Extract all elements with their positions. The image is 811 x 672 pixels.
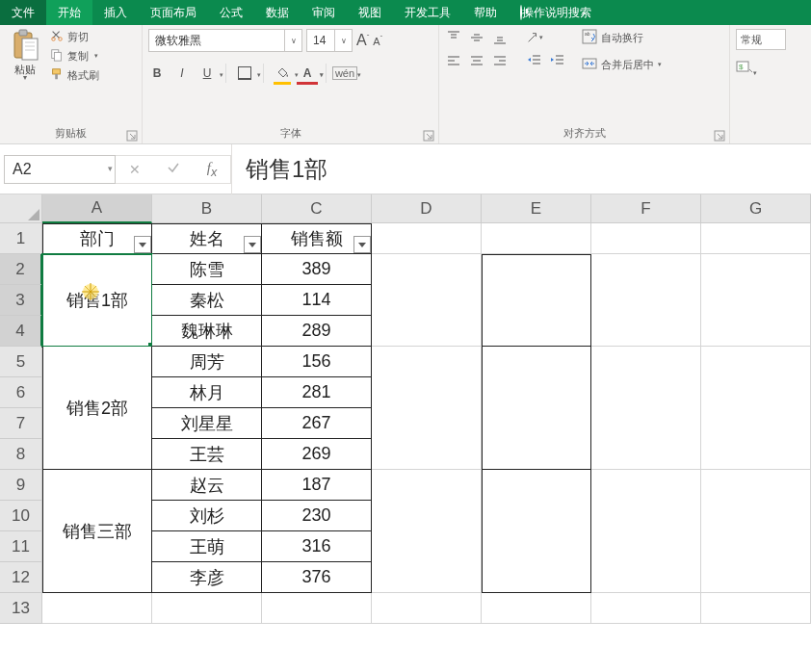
row-header-6[interactable]: 6 [0,377,42,408]
dialog-launcher-icon[interactable] [714,130,725,142]
row-header-5[interactable]: 5 [0,347,42,377]
align-right-button[interactable] [491,52,509,69]
cell-d13[interactable] [372,593,482,624]
cell-c11[interactable]: 316 [262,531,372,562]
cell-b6[interactable]: 林月 [152,377,262,408]
cell-c3[interactable]: 114 [262,285,372,316]
underline-button[interactable]: U▾ [198,65,216,82]
align-bottom-button[interactable] [491,29,509,46]
cell-d5[interactable] [372,347,482,470]
cell-c6[interactable]: 281 [262,377,372,408]
cell-c13[interactable] [262,593,372,624]
cell-e1[interactable] [482,223,591,254]
row-header-2[interactable]: 2 [0,254,42,285]
shrink-font-button[interactable]: Aˇ [373,35,382,47]
tab-view[interactable]: 视图 [347,0,393,25]
tab-file[interactable]: 文件 [0,0,46,25]
borders-button[interactable]: ▾ [236,65,253,82]
cell-g9[interactable] [701,470,811,593]
tab-review[interactable]: 审阅 [301,0,347,25]
orientation-button[interactable]: ▾ [526,29,543,46]
row-header-11[interactable]: 11 [0,531,42,562]
cell-d9[interactable] [372,470,482,593]
cell-e9-merged[interactable] [482,470,591,593]
cell-g1[interactable] [701,223,811,254]
cell-b10[interactable]: 刘杉 [152,501,262,531]
filter-dropdown-icon[interactable] [353,236,371,253]
cell-a9-merged[interactable]: 销售三部 [42,470,152,593]
cell-c7[interactable]: 267 [262,408,372,439]
cell-f5[interactable] [591,347,701,470]
cell-a13[interactable] [42,593,152,624]
cell-c2[interactable]: 389 [262,254,372,285]
row-header-4[interactable]: 4 [0,316,42,347]
align-left-button[interactable] [445,52,462,69]
dialog-launcher-icon[interactable] [423,130,434,142]
cell-c9[interactable]: 187 [262,470,372,501]
formula-bar[interactable]: 销售1部 [231,144,811,194]
format-painter-button[interactable]: 格式刷 [50,67,99,83]
row-header-3[interactable]: 3 [0,285,42,316]
merge-center-button[interactable]: 合并后居中 ▾ [582,56,662,73]
cell-b13[interactable] [152,593,262,624]
cut-button[interactable]: 剪切 [50,29,99,44]
font-size-select[interactable]: 14 ∨ [306,29,353,52]
cell-g13[interactable] [701,593,811,624]
cell-e2-merged[interactable] [482,254,591,347]
row-header-12[interactable]: 12 [0,562,42,593]
cell-c5[interactable]: 156 [262,347,372,377]
decrease-indent-button[interactable] [526,52,543,69]
italic-button[interactable]: I [173,65,191,82]
row-header-1[interactable]: 1 [0,223,42,254]
cell-b3[interactable]: 秦松 [152,285,262,316]
cell-c12[interactable]: 376 [262,562,372,593]
cell-f13[interactable] [591,593,701,624]
cell-b4[interactable]: 魏琳琳 [152,316,262,347]
phonetic-button[interactable]: wén▾ [336,65,353,82]
tab-page-layout[interactable]: 页面布局 [139,0,208,25]
cell-d1[interactable] [372,223,482,254]
row-header-13[interactable]: 13 [0,593,42,624]
cell-g2[interactable] [701,254,811,347]
align-middle-button[interactable] [468,29,485,46]
cell-e5-merged[interactable] [482,347,591,470]
bold-button[interactable]: B [148,65,166,82]
copy-button[interactable]: 复制▾ [50,48,99,64]
cell-b11[interactable]: 王萌 [152,531,262,562]
increase-indent-button[interactable] [549,52,566,69]
cell-f2[interactable] [591,254,701,347]
cell-b1[interactable]: 姓名 [152,223,262,254]
filter-dropdown-icon[interactable] [134,236,151,253]
tab-developer[interactable]: 开发工具 [393,0,462,25]
align-center-button[interactable] [468,52,485,69]
cell-e13[interactable] [482,593,591,624]
col-header-c[interactable]: C [262,194,372,223]
cell-b7[interactable]: 刘星星 [152,408,262,439]
cell-f1[interactable] [591,223,701,254]
cell-d2[interactable] [372,254,482,347]
fill-color-button[interactable]: ▾ [274,65,291,82]
cell-b8[interactable]: 王芸 [152,439,262,470]
tab-help[interactable]: 帮助 [462,0,509,25]
font-color-button[interactable]: A▾ [299,65,316,82]
col-header-e[interactable]: E [482,194,591,223]
cell-b12[interactable]: 李彦 [152,562,262,593]
accounting-format-button[interactable]: $▾ [736,60,757,78]
col-header-f[interactable]: F [591,194,701,223]
filter-dropdown-icon[interactable] [244,236,261,253]
grow-font-button[interactable]: Aˆ [356,32,369,49]
number-format-select[interactable]: 常规 [736,29,786,50]
tab-data[interactable]: 数据 [254,0,301,25]
cell-c10[interactable]: 230 [262,501,372,531]
cell-g5[interactable] [701,347,811,470]
cancel-icon[interactable]: ✕ [129,162,141,177]
cell-a5-merged[interactable]: 销售2部 [42,347,152,470]
wrap-text-button[interactable]: ab 自动换行 [582,29,662,46]
row-header-8[interactable]: 8 [0,439,42,470]
fx-icon[interactable]: fx [207,160,217,179]
cell-b9[interactable]: 赵云 [152,470,262,501]
col-header-a[interactable]: A [42,194,152,223]
col-header-b[interactable]: B [152,194,262,223]
row-header-10[interactable]: 10 [0,501,42,531]
col-header-d[interactable]: D [372,194,482,223]
